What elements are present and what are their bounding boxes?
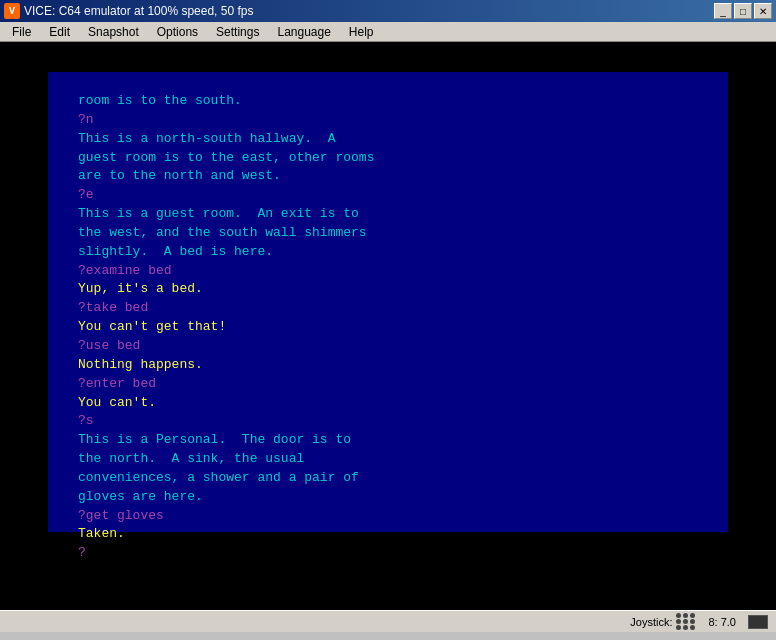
menu-help[interactable]: Help (341, 23, 382, 41)
menu-options[interactable]: Options (149, 23, 206, 41)
speed-indicator: 8: 7.0 (708, 616, 736, 628)
joystick-dot-grid (676, 613, 696, 630)
c64-line: ?s (78, 412, 698, 431)
menu-edit[interactable]: Edit (41, 23, 78, 41)
c64-line: This is a Personal. The door is to (78, 431, 698, 450)
c64-line: guest room is to the east, other rooms (78, 149, 698, 168)
joy-dot-3 (690, 613, 695, 618)
joy-dot-2 (683, 613, 688, 618)
c64-line: conveniences, a shower and a pair of (78, 469, 698, 488)
c64-line: Taken. (78, 525, 698, 544)
c64-line: ?use bed (78, 337, 698, 356)
menu-language[interactable]: Language (269, 23, 338, 41)
joy-dot-1 (676, 613, 681, 618)
c64-line: gloves are here. (78, 488, 698, 507)
status-box (748, 615, 768, 629)
c64-line: ? (78, 544, 698, 563)
joy-dot-5 (683, 619, 688, 624)
window-title: VICE: C64 emulator at 100% speed, 50 fps (24, 4, 253, 18)
c64-line: ?enter bed (78, 375, 698, 394)
joy-dot-4 (676, 619, 681, 624)
maximize-button[interactable]: □ (734, 3, 752, 19)
c64-line: slightly. A bed is here. (78, 243, 698, 262)
joystick-label: Joystick: (630, 616, 672, 628)
minimize-button[interactable]: _ (714, 3, 732, 19)
c64-line: This is a north-south hallway. A (78, 130, 698, 149)
c64-line: ?get gloves (78, 507, 698, 526)
c64-line: ?take bed (78, 299, 698, 318)
joystick-indicator: Joystick: (630, 613, 696, 630)
c64-line: ?n (78, 111, 698, 130)
joy-dot-7 (676, 625, 681, 630)
c64-line: Nothing happens. (78, 356, 698, 375)
emulator-area: room is to the south.?nThis is a north-s… (0, 42, 776, 610)
joy-dot-8 (683, 625, 688, 630)
menu-bar: File Edit Snapshot Options Settings Lang… (0, 22, 776, 42)
c64-line: You can't get that! (78, 318, 698, 337)
app-icon: V (4, 3, 20, 19)
c64-line: the north. A sink, the usual (78, 450, 698, 469)
c64-line: This is a guest room. An exit is to (78, 205, 698, 224)
c64-line: Yup, it's a bed. (78, 280, 698, 299)
menu-settings[interactable]: Settings (208, 23, 267, 41)
c64-line: the west, and the south wall shimmers (78, 224, 698, 243)
menu-snapshot[interactable]: Snapshot (80, 23, 147, 41)
close-button[interactable]: ✕ (754, 3, 772, 19)
c64-line: room is to the south. (78, 92, 698, 111)
c64-line: You can't. (78, 394, 698, 413)
c64-line: ?e (78, 186, 698, 205)
joy-dot-9 (690, 625, 695, 630)
joy-dot-6 (690, 619, 695, 624)
c64-screen[interactable]: room is to the south.?nThis is a north-s… (48, 72, 728, 532)
c64-line: ?examine bed (78, 262, 698, 281)
title-bar: V VICE: C64 emulator at 100% speed, 50 f… (0, 0, 776, 22)
menu-file[interactable]: File (4, 23, 39, 41)
c64-line: are to the north and west. (78, 167, 698, 186)
window-controls: _ □ ✕ (714, 3, 772, 19)
status-bar: Joystick: 8: 7.0 (0, 610, 776, 632)
title-bar-left: V VICE: C64 emulator at 100% speed, 50 f… (4, 3, 253, 19)
